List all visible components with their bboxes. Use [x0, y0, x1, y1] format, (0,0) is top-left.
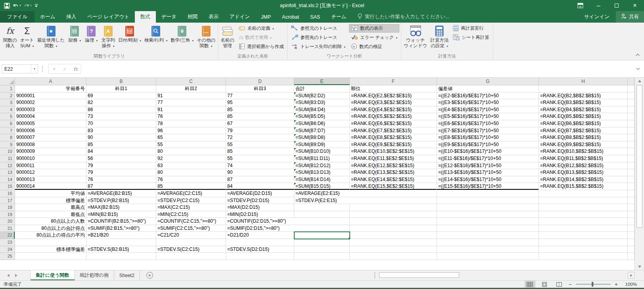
cell-H10[interactable]: =RANK.EQ(B10,$B$2:$B$15) — [539, 148, 628, 155]
cell-F23[interactable] — [350, 239, 437, 246]
ribbon-tab-10[interactable]: SAS — [305, 11, 326, 23]
tab-scroll-splitter[interactable] — [374, 272, 375, 278]
sheet-tab-1[interactable]: 統計処理の例 — [75, 270, 114, 280]
cell-F1[interactable]: 順位 — [350, 85, 437, 92]
cell-B13[interactable]: 79 — [86, 169, 156, 176]
cell-F18[interactable] — [350, 204, 437, 211]
cell-A9[interactable]: 9000008 — [15, 141, 86, 148]
ribbon-button-book-math[interactable]: θ数学/三角 ▾ — [169, 23, 195, 52]
ribbon-button-show-formulas[interactable]: 12fx数式の表示 — [349, 24, 399, 33]
cell-B19[interactable]: =MIN(B2:B15) — [86, 211, 156, 218]
cell-E21[interactable] — [294, 225, 350, 232]
cell-C2[interactable]: 91 — [156, 92, 226, 100]
cell-D17[interactable]: =STDEV.P(D2:D15) — [226, 197, 294, 204]
cell-H3[interactable]: =RANK.EQ(B3,$B$2:$B$15) — [539, 99, 628, 106]
cell-H7[interactable]: =RANK.EQ(B7,$B$2:$B$15) — [539, 127, 628, 135]
cell-B7[interactable]: 83 — [86, 127, 156, 135]
cell-A10[interactable]: 9000009 — [15, 148, 86, 155]
cell-E10[interactable]: =SUM(B10:D10) — [294, 148, 350, 155]
cell-G1[interactable]: 偏差値 — [437, 85, 539, 92]
ribbon-button-book-logic[interactable]: ?論理 ▾ — [83, 23, 100, 52]
ribbon-tab-1[interactable]: 挿入 — [61, 11, 82, 23]
cell-F5[interactable]: =RANK.EQ(E5,$E$2:$E$15) — [350, 113, 437, 120]
cell-C11[interactable]: 92 — [156, 155, 226, 162]
cell-F8[interactable]: =RANK.EQ(E8,$E$2:$E$15) — [350, 134, 437, 141]
cell-C15[interactable]: 85 — [156, 183, 226, 190]
zoom-slider[interactable] — [576, 284, 611, 285]
row-header-11[interactable]: 11 — [0, 155, 15, 162]
formula-bar-splitter[interactable] — [42, 66, 46, 72]
cell-E11[interactable]: =SUM(B11:D11) — [294, 155, 350, 162]
cell-B25[interactable] — [86, 253, 156, 260]
cell-H18[interactable] — [539, 204, 628, 211]
cell-C25[interactable] — [156, 253, 226, 260]
ribbon-button-book-text[interactable]: A文字列操作 ▾ — [100, 23, 117, 52]
ribbon-tab-4[interactable]: データ — [156, 11, 182, 23]
cell-C1[interactable]: 科目2 — [156, 85, 226, 92]
collapse-ribbon-icon[interactable] — [635, 51, 640, 58]
horizontal-scrollbar-thumb[interactable] — [379, 272, 459, 278]
cell-C4[interactable]: 91 — [156, 106, 226, 114]
cell-F11[interactable]: =RANK.EQ(E11,$E$2:$E$15) — [350, 155, 437, 162]
cell-A22[interactable]: 80点以上の得点の平均 — [15, 232, 86, 239]
cell-E8[interactable]: =SUM(B8:D8) — [294, 134, 350, 141]
ribbon-button-book-more[interactable]: …その他の関数 ▾ — [195, 23, 217, 52]
cell-C22[interactable]: =C21/C20 — [156, 232, 226, 239]
cell-G14[interactable]: =((E14-$E$16)/$E$17)*10+50 — [437, 176, 539, 183]
cell-A15[interactable]: 9000014 — [15, 183, 86, 190]
cell-H22[interactable] — [539, 232, 628, 239]
ribbon-button-book-lookup[interactable]: 検索/行列 ▾ — [143, 23, 169, 52]
cell-C12[interactable]: 63 — [156, 162, 226, 170]
cell-A6[interactable]: 9000005 — [15, 120, 86, 127]
fill-handle[interactable] — [348, 237, 350, 239]
cell-H23[interactable] — [539, 239, 628, 246]
col-header-F[interactable]: F — [350, 78, 437, 85]
cell-F10[interactable]: =RANK.EQ(E10,$E$2:$E$15) — [350, 148, 437, 155]
cell-C7[interactable]: 96 — [156, 127, 226, 135]
ribbon-tab-8[interactable]: JMP — [255, 11, 276, 23]
cell-H14[interactable]: =RANK.EQ(B14,$B$2:$B$15) — [539, 176, 628, 183]
cell-F7[interactable]: =RANK.EQ(E7,$E$2:$E$15) — [350, 127, 437, 135]
cell-G19[interactable] — [437, 211, 539, 218]
next-sheet-icon[interactable] — [15, 274, 17, 277]
cell-C14[interactable]: 76 — [156, 176, 226, 183]
cell-C17[interactable]: =STDEV.P(C2:C15) — [156, 197, 226, 204]
cell-C24[interactable]: =STDEV.S(C2:C15) — [156, 246, 226, 253]
cell-H25[interactable] — [539, 253, 628, 260]
cell-D24[interactable]: =STDEV.S(D2:D15) — [226, 246, 294, 253]
cell-E25[interactable] — [294, 253, 350, 260]
ribbon-tab-0[interactable]: ホーム — [34, 11, 61, 23]
view-page-break-button[interactable] — [554, 281, 565, 288]
ribbon-tab-6[interactable]: 表示 — [203, 11, 224, 23]
cell-F9[interactable]: =RANK.EQ(E9,$E$2:$E$15) — [350, 141, 437, 148]
cell-F3[interactable]: =RANK.EQ(E3,$E$2:$E$15) — [350, 99, 437, 106]
enter-icon[interactable]: ✓ — [59, 66, 70, 72]
cell-H9[interactable]: =RANK.EQ(B9,$B$2:$B$15) — [539, 141, 628, 148]
cell-F14[interactable]: =RANK.EQ(E14,$E$2:$E$15) — [350, 176, 437, 183]
cell-F17[interactable] — [350, 197, 437, 204]
cell-G20[interactable] — [437, 218, 539, 225]
row-header-1[interactable]: 1 — [0, 85, 15, 92]
vertical-scrollbar[interactable] — [634, 78, 644, 270]
cell-D19[interactable]: =MIN(D2:D15) — [226, 211, 294, 218]
ribbon-tab-9[interactable]: Acrobat — [276, 11, 305, 23]
cell-A16[interactable]: 平均値 — [15, 190, 86, 197]
ribbon-tab-file[interactable]: ファイル — [0, 11, 34, 23]
row-header-6[interactable]: 6 — [0, 120, 15, 127]
cell-B5[interactable]: 73 — [86, 113, 156, 120]
cell-E12[interactable]: =SUM(B12:D12) — [294, 162, 350, 170]
cell-C3[interactable]: 77 — [156, 99, 226, 106]
cell-B6[interactable]: 70 — [86, 120, 156, 127]
cell-F2[interactable]: =RANK.EQ(E2,$E$2:$E$15) — [350, 92, 437, 100]
row-header-16[interactable]: 16 — [0, 190, 15, 197]
row-header-8[interactable]: 8 — [0, 134, 15, 141]
cell-E19[interactable] — [294, 211, 350, 218]
cell-G18[interactable] — [437, 204, 539, 211]
cell-A12[interactable]: 9000011 — [15, 162, 86, 170]
customize-qat-icon[interactable] — [34, 4, 38, 8]
cell-D10[interactable]: 85 — [226, 148, 294, 155]
cell-A19[interactable]: 最低点 — [15, 211, 86, 218]
cell-B15[interactable]: 87 — [86, 183, 156, 190]
cell-C13[interactable]: 80 — [156, 169, 226, 176]
name-box-dropdown-icon[interactable]: ▾ — [31, 65, 38, 73]
